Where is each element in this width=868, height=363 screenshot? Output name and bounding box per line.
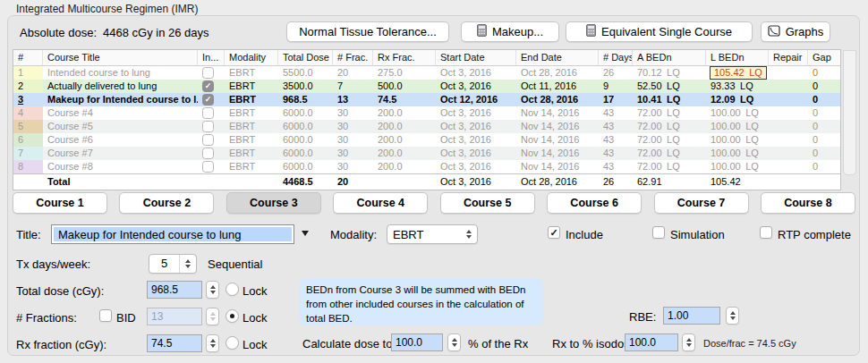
col-header-days[interactable]: # Days [599,50,633,65]
modality-select[interactable]: EBRT [387,224,478,244]
cell-l-bedn: 100.00 LQ [706,160,769,173]
cell-total-dose: 6000.0 [278,106,333,120]
col-header-end-date[interactable]: End Date [516,50,599,65]
cell-modality: EBRT [225,106,278,120]
col-header-include[interactable]: In... [198,50,225,65]
isodose-input[interactable] [625,333,678,351]
table-header-row: # Course Title In... Modality Total Dose… [13,50,840,66]
fractions-input [147,308,202,325]
isodose-stepper[interactable] [682,333,695,351]
cell-gap: 0 [808,106,840,120]
cell-repair [769,120,808,133]
course-2-button[interactable]: Course 2 [119,192,214,214]
calculate-dose-stepper[interactable] [447,333,461,351]
total-dose-lock-radio[interactable] [226,283,239,296]
cell-days: 43 [599,106,633,120]
course-5-button[interactable]: Course 5 [440,192,535,214]
course-1-button[interactable]: Course 1 [13,192,107,214]
total-dose-stepper[interactable] [206,281,219,299]
table-row-7[interactable]: 7 Course #7 EBRT 6000.0 30 200.0 Oct 3, … [13,147,840,160]
table-row-2[interactable]: 2 Actually delivered to lung EBRT 3500.0… [13,80,840,93]
include-checkbox[interactable] [202,134,214,146]
include-checkbox[interactable] [202,107,214,119]
col-header-repair[interactable]: Repair [769,50,808,65]
rx-fraction-input[interactable] [147,334,202,352]
table-row-3-selected[interactable]: 3 Makeup for Intended course to l... EBR… [13,93,840,106]
table-row-5[interactable]: 5 Course #5 EBRT 6000.0 30 200.0 Oct 3, … [13,120,840,133]
col-header-start-date[interactable]: Start Date [436,50,516,65]
cell-days: 17 [599,93,633,106]
course-6-button[interactable]: Course 6 [547,192,642,214]
graphs-button[interactable]: Graphs [761,21,830,42]
cell-total-dose: 6000.0 [278,133,333,147]
rx-fraction-stepper[interactable] [206,334,219,352]
col-header-n-frac[interactable]: # Frac. [333,50,373,65]
cell-total-dose: 3500.0 [278,80,333,93]
cell-l-bedn: 105.42 LQ [706,66,769,80]
col-header-rx-frac[interactable]: Rx Frac. [373,50,436,65]
makeup-button[interactable]: Makeup... [461,21,559,42]
total-dose-input[interactable] [147,281,202,299]
rx-fraction-lock-radio[interactable] [226,336,239,350]
cell-n-frac: 7 [333,80,373,93]
cell-title: Course #8 [43,160,198,173]
title-dropdown-arrow-icon[interactable] [302,231,309,236]
course-4-button[interactable]: Course 4 [333,192,428,214]
rbe-stepper[interactable] [726,307,739,325]
cell-include [198,147,225,160]
col-header-modality[interactable]: Modality [225,50,278,65]
cell-modality: EBRT [225,147,278,160]
bid-checkbox[interactable] [99,309,112,322]
percent-rx-label: % of the Rx [468,337,528,350]
simulation-checkbox[interactable] [652,226,665,239]
cell-days: 43 [599,133,633,147]
col-header-gap[interactable]: Gap [808,50,840,65]
include-checkbox[interactable] [202,80,214,92]
fractions-lock-radio[interactable] [226,309,239,323]
cell-days: 43 [599,160,633,173]
course-3-button[interactable]: Course 3 [226,192,321,214]
cell-a-bedn: 72.00 LQ [633,160,706,173]
cell-title: Course #7 [43,147,198,160]
include-checkbox[interactable] [202,94,214,106]
cell-gap: 0 [808,147,840,160]
normal-tissue-tolerance-button[interactable]: Normal Tissue Tolerance... [286,21,449,42]
equivalent-single-course-button[interactable]: Equivalent Single Course [566,21,753,42]
cell-modality: EBRT [225,80,278,93]
col-header-l-bedn[interactable]: L BEDn [706,50,769,65]
table-scrollbar[interactable] [843,50,856,175]
include-checkbox[interactable] [202,121,214,132]
include-checkbox[interactable] [548,226,560,239]
rbe-input[interactable] [663,307,720,325]
col-header-course-title[interactable]: Course Title [43,50,198,65]
total-end: Oct 28, 2016 [516,174,599,190]
cell-gap: 0 [808,66,840,80]
chevron-up-down-icon[interactable] [180,255,196,273]
table-row-4[interactable]: 4 Course #4 EBRT 6000.0 30 200.0 Oct 3, … [13,106,840,120]
course-8-button[interactable]: Course 8 [761,192,855,214]
include-checkbox[interactable] [202,161,214,173]
col-header-num[interactable]: # [13,50,43,65]
cell-end: Nov 14, 2016 [516,133,599,147]
table-row-8[interactable]: 8 Course #8 EBRT 6000.0 30 200.0 Oct 3, … [13,160,840,173]
cell-num: 3 [13,93,43,106]
cell-repair [769,66,808,80]
table-row-6[interactable]: 6 Course #6 EBRT 6000.0 30 200.0 Oct 3, … [13,133,840,147]
title-input[interactable] [51,224,294,244]
course-7-button[interactable]: Course 7 [654,192,749,214]
cell-start: Oct 3, 2016 [436,147,516,160]
cell-n-frac: 30 [333,120,373,133]
cell-rx-frac: 500.0 [373,80,436,93]
cell-end: Nov 14, 2016 [516,106,599,120]
rtp-complete-checkbox[interactable] [760,226,772,239]
calculate-dose-input[interactable] [391,333,443,351]
tx-days-stepper[interactable]: 5 [149,254,197,274]
include-checkbox[interactable] [202,148,214,159]
rx-fraction-lock-label: Lock [243,338,267,351]
include-checkbox[interactable] [202,67,214,79]
table-row-1[interactable]: 1 Intended course to lung EBRT 5500.0 20… [13,66,840,80]
col-header-total-dose[interactable]: Total Dose [278,50,333,65]
cell-gap: 0 [808,160,840,173]
cell-num: 1 [13,66,43,80]
col-header-a-bedn[interactable]: A BEDn [633,50,706,65]
